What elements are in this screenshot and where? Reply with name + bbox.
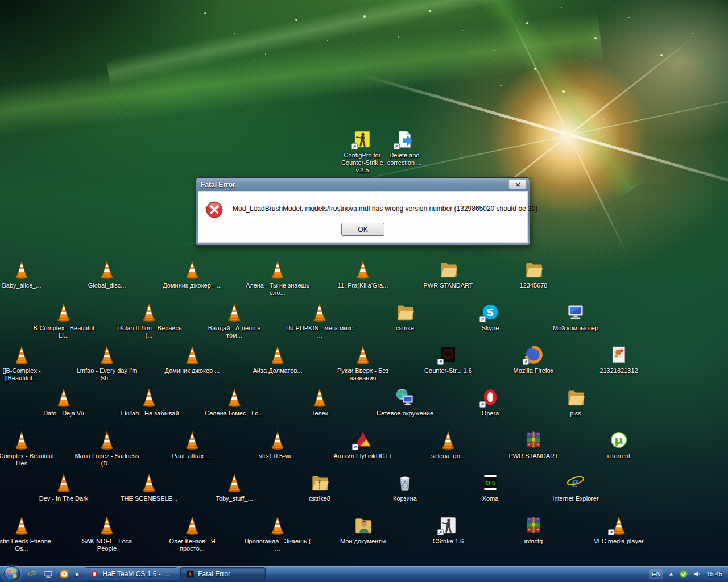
error-icon <box>205 201 224 219</box>
icon-label: Антхил FlyLinkDC++ <box>333 452 392 460</box>
desktop-icon[interactable]: Internet Explorer <box>541 472 610 502</box>
desktop-icon[interactable]: VLC media player <box>585 514 653 545</box>
desktop-icon[interactable]: Мой компьютер <box>541 301 610 332</box>
desktop-icon[interactable]: Мои документы <box>329 514 397 545</box>
quick-launch-show-desktop-button[interactable] <box>42 568 55 580</box>
language-indicator[interactable]: EN <box>649 569 663 579</box>
vlc-icon <box>181 259 203 280</box>
rar-icon <box>523 429 544 451</box>
docarrow-icon <box>394 128 415 150</box>
desktop-icon[interactable]: Пропоганда - Знаешь ( ... <box>243 514 312 552</box>
quick-launch-media-player-button[interactable] <box>58 568 71 580</box>
half-life-lambda-icon <box>185 569 195 579</box>
taskbar-window-haf-team-cs[interactable]: HaF TeaM CS 1.6 - O... <box>85 567 177 581</box>
desktop-icon[interactable]: vlc-1.0.5-wi... <box>243 429 312 460</box>
desktop-icon[interactable]: Корзина <box>371 472 439 502</box>
desktop-icon[interactable]: CStrike 1.6 <box>414 514 482 545</box>
desktop-icon[interactable]: Counter-Str... 1.6 <box>414 344 482 375</box>
desktop-icon[interactable]: Селена Гомес - Lo... <box>200 386 268 417</box>
desktop-icon[interactable]: []B-Complex - Beautiful Lies <box>0 429 56 467</box>
desktop-icon[interactable]: PWR STANDART <box>499 429 568 460</box>
desktop-icon[interactable]: Baby_alice_... <box>0 259 56 289</box>
icon-label: vlc-1.0.5-wi... <box>259 452 296 460</box>
desktop[interactable]: Baby_alice_...Global_disc...Доминик джок… <box>0 0 728 582</box>
desktop-icon[interactable]: Xoma <box>456 472 524 502</box>
shortcut-arrow-icon <box>394 143 400 149</box>
volume-icon[interactable] <box>693 569 702 579</box>
vlc-icon <box>96 514 118 536</box>
desktop-icon-layer[interactable]: Baby_alice_...Global_disc...Доминик джок… <box>0 0 728 566</box>
desktop-icon[interactable]: Toby_stuff_... <box>200 472 268 502</box>
vlc-icon <box>437 429 459 451</box>
desktop-icon[interactable]: []B-Complex - []Beautiful ... <box>0 344 56 382</box>
desktop-icon[interactable]: 21321321312 <box>585 344 653 375</box>
quick-launch-internet-explorer-button[interactable] <box>26 568 39 580</box>
desktop-icon[interactable]: PWR STANDART <box>414 259 482 289</box>
desktop-icon[interactable]: Austin Leeds Etienne Os... <box>0 514 56 552</box>
hidden-icons-arrow-icon[interactable] <box>668 571 675 577</box>
desktop-icon[interactable]: Антхил FlyLinkDC++ <box>329 429 397 460</box>
vlc-icon <box>352 344 374 365</box>
desktop-icon[interactable]: Mozilla Firefox <box>499 344 568 375</box>
icon-label: Global_disc... <box>88 282 126 289</box>
taskbar-window-title: Fatal Error <box>198 570 230 578</box>
desktop-icon[interactable]: Олег Кензов - Я просто... <box>158 514 226 552</box>
desktop-icon[interactable]: TKilan ft Лоя - Вернись (... <box>115 301 183 339</box>
desktop-icon[interactable]: T-killah - Не забывай <box>115 386 183 417</box>
icon-label: Opera <box>482 410 499 417</box>
icon-label: Доминик джокер ... <box>165 367 220 375</box>
desktop-icon[interactable]: cstrike8 <box>286 472 354 502</box>
taskbar-window-fatal-error[interactable]: Fatal Error <box>180 567 266 581</box>
desktop-icon[interactable]: Delete and correction ... <box>377 128 432 167</box>
desktop-icon[interactable]: Телек <box>286 386 354 417</box>
desktop-icon[interactable]: 12345678 <box>499 259 568 289</box>
vlc-icon <box>11 344 32 365</box>
desktop-icon[interactable]: selena_go... <box>414 429 482 460</box>
desktop-icon[interactable]: Айза Долматов... <box>243 344 312 375</box>
desktop-icon[interactable]: DJ PUPKIN - мега микс ... <box>286 301 354 339</box>
icon-label: SAK NOEL - Loca People <box>73 538 140 552</box>
desktop-icon[interactable]: 11. Pra(Killa'Gra... <box>329 259 397 289</box>
desktop-icon[interactable]: Dev - In The Dark <box>30 472 98 502</box>
firefox-icon <box>523 344 544 365</box>
ok-button[interactable]: OK <box>341 223 384 236</box>
dialog-titlebar[interactable]: Fatal Error <box>198 180 528 191</box>
desktop-icon[interactable]: Mario Lopez - Sadness (D... <box>73 429 141 467</box>
vlc-icon <box>309 386 330 408</box>
desktop-icon[interactable]: Paul_attrax_... <box>158 429 226 460</box>
icon-label: PWR STANDART <box>509 452 559 460</box>
quick-launch-overflow-chevron[interactable]: » <box>75 570 79 579</box>
icon-label: Baby_alice_... <box>2 282 41 289</box>
desktop-icon[interactable]: cstrike <box>371 301 439 332</box>
desktop-icon[interactable]: piss <box>541 386 610 417</box>
close-icon <box>515 182 520 187</box>
desktop-icon[interactable]: SAK NOEL - Loca People <box>73 514 141 552</box>
desktop-icon[interactable]: Dato - Deja Vu <box>30 386 98 417</box>
desktop-icon[interactable]: Skype <box>456 301 524 332</box>
icon-label: Валдай - А дело в том... <box>201 325 268 339</box>
desktop-icon[interactable]: Доминик джокер - ... <box>158 259 226 289</box>
icon-label: 12345678 <box>520 282 548 289</box>
start-button[interactable] <box>3 566 20 582</box>
desktop-icon[interactable]: Lmfao - Every day I'm Sh... <box>73 344 141 382</box>
desktop-icon[interactable]: Рукки Вверх - Без названия <box>329 344 397 382</box>
desktop-icon[interactable]: Алена - Ты не знаешь сло... <box>243 259 312 297</box>
opera-icon <box>90 569 99 579</box>
desktop-icon[interactable]: uTorrent <box>585 429 653 460</box>
vlc-icon <box>181 344 203 365</box>
desktop-icon[interactable]: THE SCENESELE... <box>115 472 183 502</box>
network-icon <box>394 386 416 408</box>
online-status-icon[interactable] <box>679 569 688 579</box>
close-button[interactable] <box>508 180 527 189</box>
icon-label: Skype <box>482 325 499 332</box>
show-desktop-icon <box>43 569 53 579</box>
desktop-icon[interactable]: intricfg <box>499 514 568 545</box>
desktop-icon[interactable]: Сетевое окружение <box>371 386 439 417</box>
desktop-icon[interactable]: Global_disc... <box>73 259 141 289</box>
vlc-icon <box>138 386 160 408</box>
desktop-icon[interactable]: Opera <box>456 386 524 417</box>
desktop-icon[interactable]: Доминик джокер ... <box>158 344 226 375</box>
desktop-icon[interactable]: Валдай - А дело в том... <box>200 301 268 339</box>
desktop-icon[interactable]: B-Complex - Beautiful Li... <box>30 301 98 339</box>
icon-label: 21321321312 <box>599 367 638 375</box>
